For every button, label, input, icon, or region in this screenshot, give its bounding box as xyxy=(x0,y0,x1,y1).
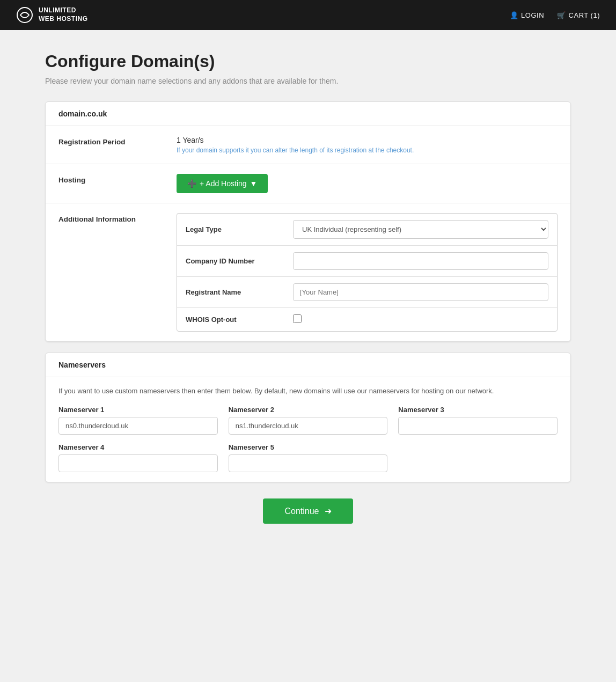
cart-icon: 🛒 xyxy=(557,11,566,19)
additional-info-section: Additional Information Legal Type UK Ind… xyxy=(46,203,570,341)
page-title: Configure Domain(s) xyxy=(45,52,571,71)
logo-icon xyxy=(16,6,33,24)
nameservers-grid: Nameserver 1 Nameserver 2 Nameserver 3 N… xyxy=(58,406,558,472)
registration-period-label: Registration Period xyxy=(58,136,177,146)
whois-label: WHOIS Opt-out xyxy=(186,316,293,324)
additional-info-content: Legal Type UK Individual (representing s… xyxy=(177,213,558,332)
nameservers-card: Nameservers If you want to use custom na… xyxy=(45,353,571,482)
ns2-field: Nameserver 2 xyxy=(229,406,388,435)
legal-type-label: Legal Type xyxy=(186,225,293,233)
domain-name-header: domain.co.uk xyxy=(46,102,570,126)
registrant-name-label: Registrant Name xyxy=(186,288,293,296)
hosting-section: Hosting ➕ + Add Hosting ▼ xyxy=(46,164,570,203)
login-link[interactable]: 👤 LOGIN xyxy=(510,11,544,19)
whois-checkbox[interactable] xyxy=(293,314,302,323)
nameservers-header: Nameservers xyxy=(46,353,570,377)
ns5-field: Nameserver 5 xyxy=(229,443,388,472)
ns2-label: Nameserver 2 xyxy=(229,406,388,414)
add-hosting-button[interactable]: ➕ + Add Hosting ▼ xyxy=(177,174,268,193)
additional-info-table: Legal Type UK Individual (representing s… xyxy=(177,213,558,332)
registration-period-value: 1 Year/s xyxy=(177,136,558,144)
ns4-input[interactable] xyxy=(58,454,218,472)
registration-period-section: Registration Period 1 Year/s If your dom… xyxy=(46,126,570,164)
nameservers-info-text: If you want to use custom nameservers th… xyxy=(58,387,558,395)
ns1-field: Nameserver 1 xyxy=(58,406,218,435)
company-id-label: Company ID Number xyxy=(186,257,293,265)
registrant-name-input[interactable] xyxy=(293,283,548,301)
ns3-input[interactable] xyxy=(398,417,558,435)
company-id-row: Company ID Number xyxy=(177,246,557,277)
ns2-input[interactable] xyxy=(229,417,388,435)
header-nav: 👤 LOGIN 🛒 CART (1) xyxy=(510,11,600,19)
user-icon: 👤 xyxy=(510,11,519,19)
company-id-input[interactable] xyxy=(293,252,548,270)
ns3-label: Nameserver 3 xyxy=(398,406,558,414)
legal-type-select[interactable]: UK Individual (representing self) UK Lim… xyxy=(293,220,548,239)
registration-hint: If your domain supports it you can alter… xyxy=(177,146,558,154)
additional-info-label: Additional Information xyxy=(58,213,177,223)
nameservers-body: If you want to use custom nameservers th… xyxy=(46,377,570,482)
svg-point-0 xyxy=(17,8,32,23)
continue-button[interactable]: Continue ➜ xyxy=(263,498,353,524)
ns5-label: Nameserver 5 xyxy=(229,443,388,451)
whois-field xyxy=(293,314,548,325)
ns1-label: Nameserver 1 xyxy=(58,406,218,414)
ns5-input[interactable] xyxy=(229,454,388,472)
hosting-content: ➕ + Add Hosting ▼ xyxy=(177,174,558,193)
domain-card: domain.co.uk Registration Period 1 Year/… xyxy=(45,101,571,342)
registration-period-content: 1 Year/s If your domain supports it you … xyxy=(177,136,558,154)
logo-text: unlimited web hosting xyxy=(39,6,88,23)
arrow-right-icon: ➜ xyxy=(325,506,332,516)
ns3-field: Nameserver 3 xyxy=(398,406,558,435)
dropdown-icon: ▼ xyxy=(250,179,258,188)
ns4-field: Nameserver 4 xyxy=(58,443,218,472)
plus-icon: ➕ xyxy=(187,179,196,188)
continue-area: Continue ➜ xyxy=(45,498,571,524)
legal-type-field: UK Individual (representing self) UK Lim… xyxy=(293,220,548,239)
registrant-name-row: Registrant Name xyxy=(177,277,557,308)
ns1-input[interactable] xyxy=(58,417,218,435)
site-header: unlimited web hosting 👤 LOGIN 🛒 CART (1) xyxy=(0,0,616,30)
legal-type-row: Legal Type UK Individual (representing s… xyxy=(177,214,557,246)
company-id-field xyxy=(293,252,548,270)
cart-link[interactable]: 🛒 CART (1) xyxy=(557,11,600,19)
whois-row: WHOIS Opt-out xyxy=(177,308,557,331)
logo: unlimited web hosting xyxy=(16,6,88,24)
ns4-label: Nameserver 4 xyxy=(58,443,218,451)
page-subtitle: Please review your domain name selection… xyxy=(45,77,571,85)
main-content: Configure Domain(s) Please review your d… xyxy=(34,30,582,556)
hosting-label: Hosting xyxy=(58,174,177,184)
registrant-name-field xyxy=(293,283,548,301)
